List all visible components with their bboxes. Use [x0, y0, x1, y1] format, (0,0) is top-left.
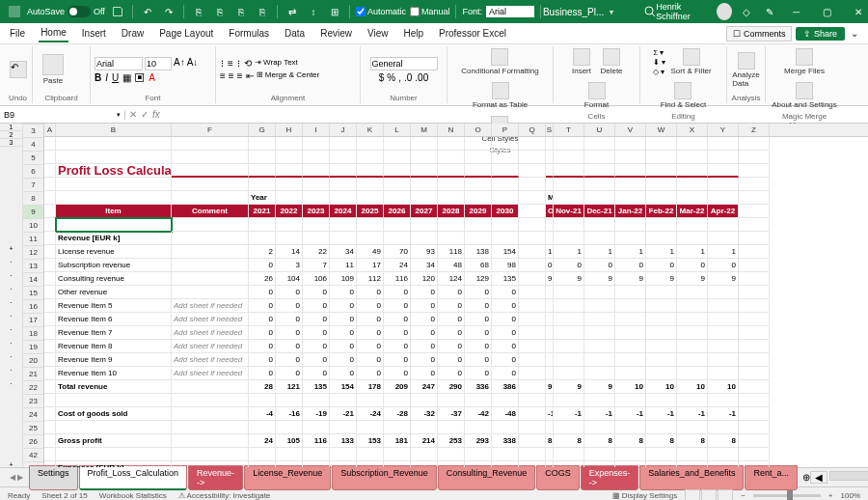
- cell[interactable]: [411, 164, 438, 178]
- cell[interactable]: License revenue: [56, 245, 172, 259]
- cell[interactable]: [519, 421, 546, 434]
- cell[interactable]: 253: [438, 434, 465, 448]
- cell[interactable]: [519, 137, 546, 151]
- cell[interactable]: [739, 137, 770, 151]
- cell[interactable]: 154: [330, 380, 357, 394]
- cell[interactable]: -1: [615, 407, 646, 421]
- cell[interactable]: [56, 191, 172, 205]
- cell[interactable]: 0: [615, 259, 646, 272]
- cell[interactable]: 9: [584, 380, 615, 394]
- cell[interactable]: [519, 340, 546, 353]
- bold-button[interactable]: B: [95, 72, 101, 83]
- cell[interactable]: Year: [249, 191, 276, 205]
- align-center-icon[interactable]: ≡: [229, 70, 234, 81]
- cell[interactable]: 0: [357, 286, 384, 299]
- cell[interactable]: 0: [249, 286, 276, 299]
- cell[interactable]: 0: [357, 326, 384, 340]
- search-icon[interactable]: [644, 6, 656, 17]
- cell[interactable]: Cost of goods sold: [56, 407, 172, 421]
- cell[interactable]: [554, 191, 584, 205]
- number-format-select[interactable]: [370, 57, 438, 70]
- cell[interactable]: 247: [411, 380, 438, 394]
- cell[interactable]: [615, 313, 646, 326]
- cell[interactable]: Add sheet if needed: [172, 313, 249, 326]
- cell[interactable]: 0: [492, 340, 519, 353]
- undo-button[interactable]: ↶: [5, 59, 32, 80]
- cell[interactable]: 0: [384, 340, 411, 353]
- cell[interactable]: 0: [249, 326, 276, 340]
- cell[interactable]: [739, 407, 770, 421]
- cell[interactable]: [44, 232, 56, 245]
- cell[interactable]: [739, 218, 770, 232]
- row-header[interactable]: 6: [23, 165, 43, 179]
- cell[interactable]: [44, 367, 56, 380]
- cancel-icon[interactable]: ✕: [129, 109, 137, 120]
- cell[interactable]: [330, 178, 357, 191]
- cell[interactable]: [276, 218, 303, 232]
- cell[interactable]: 0: [303, 299, 330, 313]
- cell[interactable]: 9: [546, 380, 554, 394]
- row-header[interactable]: 26: [23, 435, 43, 449]
- cell[interactable]: [44, 394, 56, 407]
- cell[interactable]: [554, 367, 584, 380]
- cell[interactable]: [584, 340, 615, 353]
- menu-professor[interactable]: Professor Excel: [437, 25, 508, 42]
- row-header[interactable]: 7: [23, 179, 43, 192]
- cell[interactable]: [384, 232, 411, 245]
- cell[interactable]: [546, 178, 554, 191]
- cell[interactable]: 336: [465, 380, 492, 394]
- cell[interactable]: [739, 232, 770, 245]
- cell[interactable]: [584, 461, 615, 467]
- align-mid-icon[interactable]: ≡: [228, 58, 233, 69]
- cell[interactable]: [384, 448, 411, 461]
- cell[interactable]: [615, 448, 646, 461]
- cell[interactable]: [249, 394, 276, 407]
- cell[interactable]: [330, 448, 357, 461]
- cell[interactable]: 293: [465, 434, 492, 448]
- enter-icon[interactable]: ✓: [141, 109, 149, 120]
- row-header[interactable]: 12: [23, 246, 43, 260]
- cell[interactable]: [615, 353, 646, 367]
- cell[interactable]: [677, 394, 708, 407]
- outline-toggle[interactable]: ·: [0, 376, 22, 390]
- cell[interactable]: Comment: [172, 205, 249, 218]
- cell[interactable]: [303, 137, 330, 151]
- avatar[interactable]: [717, 3, 731, 20]
- cell[interactable]: 8: [615, 434, 646, 448]
- row-header[interactable]: 19: [23, 341, 43, 354]
- cell[interactable]: Expenses [EUR k]: [56, 461, 172, 467]
- cell[interactable]: 0: [677, 259, 708, 272]
- cell[interactable]: [546, 137, 554, 151]
- cell[interactable]: [249, 232, 276, 245]
- cell[interactable]: [384, 164, 411, 178]
- cell[interactable]: 386: [492, 380, 519, 394]
- cell[interactable]: 0: [438, 353, 465, 367]
- cell[interactable]: [677, 326, 708, 340]
- cell[interactable]: Dec-21: [584, 205, 615, 218]
- cell[interactable]: [172, 151, 249, 164]
- cell[interactable]: [677, 191, 708, 205]
- row-header[interactable]: 24: [23, 408, 43, 422]
- cell[interactable]: 1: [584, 245, 615, 259]
- cell[interactable]: [249, 178, 276, 191]
- row-header[interactable]: 14: [23, 273, 43, 287]
- cell[interactable]: 10: [615, 380, 646, 394]
- cell[interactable]: [708, 367, 739, 380]
- cell[interactable]: [646, 299, 677, 313]
- cell[interactable]: [172, 380, 249, 394]
- cell[interactable]: 10: [646, 380, 677, 394]
- cell[interactable]: [465, 448, 492, 461]
- cell[interactable]: 105: [276, 434, 303, 448]
- cell[interactable]: [276, 137, 303, 151]
- sheet-tab[interactable]: Profit_Loss_Calculation: [79, 465, 188, 490]
- cell[interactable]: Jan-22: [615, 205, 646, 218]
- cell[interactable]: [172, 272, 249, 286]
- cell[interactable]: -1: [677, 407, 708, 421]
- row-header[interactable]: 10: [23, 219, 43, 233]
- cell[interactable]: [584, 178, 615, 191]
- view-page-icon[interactable]: [701, 489, 717, 501]
- col-header[interactable]: K: [357, 124, 384, 136]
- copy-icon[interactable]: [69, 63, 83, 76]
- cell[interactable]: [384, 137, 411, 151]
- cell[interactable]: [708, 299, 739, 313]
